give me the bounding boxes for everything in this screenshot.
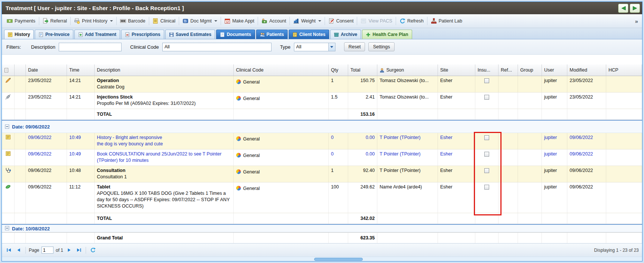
tab-add-treatment[interactable]: Add Treatment [74, 30, 120, 39]
previous-page-button[interactable] [15, 247, 22, 254]
tab-pre-invoice[interactable]: Pre-Invoice [35, 30, 73, 39]
empty-cell [234, 213, 329, 224]
patient-lab-button[interactable]: Patient Lab [428, 16, 465, 25]
row-type-cell [2, 166, 15, 182]
page-number-input[interactable] [42, 247, 53, 254]
last-page-button[interactable] [75, 247, 83, 254]
modified-cell: 09/06/2022 [567, 133, 606, 149]
ref-cell [499, 149, 518, 166]
toolbar-overflow-button[interactable]: » [633, 18, 640, 24]
print-history-button[interactable]: Print History [71, 16, 116, 25]
paging-toolbar: Page of 1 Displaying 1 - 23 of 23 [2, 243, 642, 257]
qty-cell: 1 [329, 76, 348, 92]
next-page-button[interactable] [65, 247, 73, 254]
hcp-cell [606, 182, 642, 213]
settings-button[interactable]: Settings [368, 42, 394, 51]
doc-mgmt-button[interactable]: Doc Mgmt [180, 16, 220, 25]
insurance-checkbox[interactable] [484, 185, 489, 190]
empty-cell [475, 213, 499, 224]
table-row-injections[interactable]: 23/05/2022 14:21 Injections StockPropofl… [2, 93, 642, 109]
description-subtext: Propoflo Per Ml (A059A02 Expires: 31/07/… [97, 100, 231, 107]
tab-history[interactable]: History [4, 30, 34, 39]
description-subtext: Consultation 1 [97, 174, 231, 180]
syringe-icon [5, 94, 11, 107]
tab-saved-estimates[interactable]: Saved Estimates [165, 30, 215, 39]
column-header-site[interactable]: Site [438, 64, 475, 76]
clinical-code-filter-input[interactable] [162, 43, 272, 51]
next-page-icon [67, 248, 71, 253]
row-type-column-header[interactable] [2, 64, 15, 76]
insurance-checkbox[interactable] [484, 135, 489, 140]
insurance-cell [475, 93, 499, 109]
clinical-button[interactable]: Clinical [150, 16, 178, 25]
column-header-date[interactable]: Date [26, 64, 67, 76]
column-header-qty[interactable]: Qty [329, 64, 348, 76]
table-row-book-consultation-note[interactable]: 09/06/2022 10:49 Book CONSULTATION aroun… [2, 149, 642, 166]
modified-cell: 09/06/2022 [567, 149, 606, 166]
table-row-tablet[interactable]: 09/06/2022 11:12 TabletAPOQUEL 16MG X 10… [2, 182, 642, 213]
column-header-insurance[interactable]: Insu... [475, 64, 499, 76]
column-header-total[interactable]: Total [348, 64, 377, 76]
table-row-consultation[interactable]: 09/06/2022 10:48 ConsultationConsultatio… [2, 166, 642, 182]
insurance-checkbox[interactable] [484, 78, 489, 83]
type-filter-input[interactable] [294, 43, 328, 51]
empty-cell [377, 233, 438, 243]
tab-client-notes[interactable]: Client Notes [289, 30, 329, 39]
surgeon-cell: Tomasz Olszewski (to... [377, 76, 438, 92]
column-header-description[interactable]: Description [95, 64, 234, 76]
group-header-row-clipped[interactable]: Date: 10/08/2022 [2, 224, 642, 232]
column-header-hcp[interactable]: HCP [606, 64, 642, 76]
collapse-icon[interactable] [5, 226, 9, 230]
table-row-operation[interactable]: 23/05/2022 14:21 OperationCastrate Dog G… [2, 76, 642, 93]
row-type-cell [2, 149, 15, 166]
column-header-group[interactable]: Group [518, 64, 542, 76]
tab-documents[interactable]: Documents [216, 30, 255, 39]
tab-prescriptions-label: Prescriptions [132, 32, 160, 37]
column-header-time[interactable]: Time [67, 64, 95, 76]
barcode-button[interactable]: Barcode [117, 16, 148, 25]
tab-patients[interactable]: Patients [256, 30, 288, 39]
first-page-button[interactable] [5, 247, 13, 254]
description-subtext: Castrate Dog [97, 84, 231, 90]
description-filter-input[interactable] [59, 43, 122, 51]
tab-prescriptions[interactable]: RPrescriptions [121, 30, 164, 39]
referral-button[interactable]: Referral [40, 16, 70, 25]
row-type-cell [2, 76, 15, 92]
column-header-user[interactable]: User [542, 64, 567, 76]
insurance-checkbox[interactable] [484, 95, 489, 100]
column-header-ref[interactable]: Ref... [499, 64, 518, 76]
tab-health-care-plan[interactable]: Health Care Plan [362, 30, 412, 39]
collapse-icon[interactable] [5, 124, 9, 129]
horizontal-scrollbar-thumb[interactable] [314, 258, 363, 261]
group-header-row[interactable]: Date: 09/06/2022 [2, 120, 642, 133]
forward-button[interactable] [630, 4, 640, 13]
view-pacs-icon [361, 18, 367, 24]
combo-trigger-button[interactable] [328, 43, 335, 51]
add-treatment-tab-icon [78, 32, 83, 37]
account-label: Account [269, 18, 286, 24]
back-button[interactable] [618, 4, 628, 13]
column-header-modified[interactable]: Modified [567, 64, 606, 76]
column-header-surgeon[interactable]: Surgeon [377, 64, 438, 76]
empty-cell [542, 233, 567, 243]
column-header-clinical-code[interactable]: Clinical Code [234, 64, 329, 76]
refresh-button[interactable]: Refresh [397, 16, 426, 25]
payments-button[interactable]: Payments [4, 16, 38, 25]
reset-button[interactable]: Reset [344, 42, 365, 51]
paging-refresh-button[interactable] [89, 247, 96, 254]
time-cell: 10:49 [67, 149, 95, 166]
insurance-checkbox[interactable] [484, 168, 489, 173]
make-appt-button[interactable]: 12Make Appt [222, 16, 257, 25]
insurance-checkbox[interactable] [484, 152, 489, 157]
empty-cell [26, 109, 67, 120]
refresh-label: Refresh [407, 18, 424, 24]
table-row-history-note[interactable]: 09/06/2022 10:49 History - Bright alert … [2, 133, 642, 149]
weight-button[interactable]: Weight [291, 16, 324, 25]
empty-cell [606, 233, 642, 243]
account-button[interactable]: Account [259, 16, 289, 25]
horizontal-scrollbar[interactable] [2, 257, 642, 261]
clinical-code-icon [236, 185, 241, 191]
consent-button[interactable]: Consent [326, 16, 356, 25]
clinical-code-cell: General [234, 133, 329, 149]
tab-archive[interactable]: Archive [330, 30, 361, 39]
